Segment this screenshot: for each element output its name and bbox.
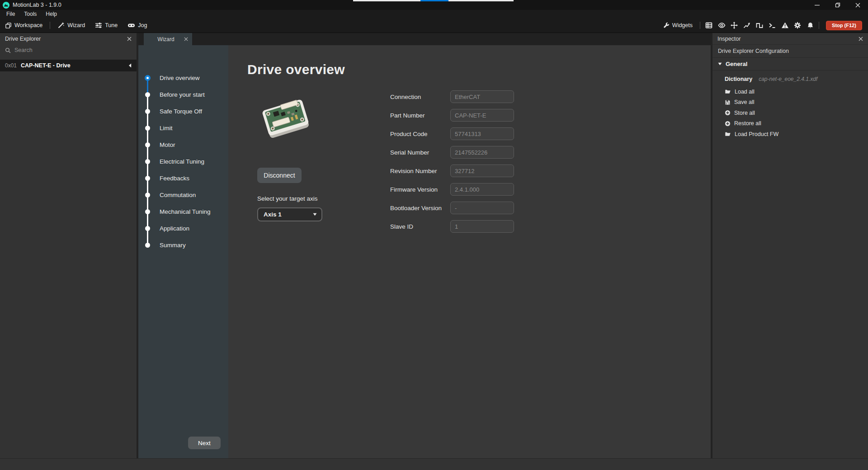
- top-progress-strip-value: [420, 0, 448, 1]
- toolbar-separator: [700, 22, 700, 29]
- toolbar-separator: [50, 22, 50, 29]
- field-product-code: [450, 127, 514, 140]
- drive-product-image: [258, 92, 313, 145]
- device-name: CAP-NET-E - Drive: [21, 62, 71, 69]
- step-dot-icon: [145, 126, 150, 131]
- workspace-button[interactable]: Workspace: [0, 18, 47, 33]
- window-title: MotionLab 3 - 1.9.0: [13, 2, 61, 8]
- field-label-firmware-version: Firmware Version: [390, 186, 450, 193]
- load-all-action[interactable]: Load all: [725, 86, 868, 97]
- tab-wizard[interactable]: Wizard: [144, 33, 192, 45]
- motionlab-logo-icon: [3, 2, 9, 9]
- step-response-icon[interactable]: [753, 18, 766, 33]
- step-limit[interactable]: Limit: [138, 120, 228, 136]
- save-all-action[interactable]: Save all: [725, 97, 868, 108]
- field-label-product-code: Product Code: [390, 131, 450, 137]
- menu-tools[interactable]: Tools: [19, 10, 41, 18]
- tab-bar: Wizard: [138, 33, 711, 45]
- device-row-cap-net-e[interactable]: 0x01 CAP-NET-E - Drive: [0, 60, 137, 71]
- drive-explorer-close-icon[interactable]: [127, 37, 132, 41]
- field-firmware-version: [450, 183, 514, 196]
- widgets-button[interactable]: Widgets: [658, 18, 698, 33]
- search-icon: [5, 47, 11, 53]
- dictionary-row: Dictionary cap-net-e_eoe_2.4.1.xdf: [725, 76, 868, 86]
- step-safe-torque-off[interactable]: Safe Torque Off: [138, 103, 228, 120]
- device-address: 0x01: [5, 62, 17, 69]
- axis-select-value: Axis 1: [264, 211, 282, 218]
- close-window-button[interactable]: [848, 0, 868, 10]
- table-icon[interactable]: [703, 18, 715, 33]
- restore-all-action[interactable]: Restore all: [725, 118, 868, 129]
- bottom-bar: [0, 458, 868, 470]
- search-input[interactable]: [14, 47, 114, 53]
- tune-sliders-icon: [95, 22, 102, 29]
- chevron-down-icon: [313, 213, 317, 216]
- field-label-slave-id: Slave ID: [390, 223, 450, 230]
- step-feedbacks[interactable]: Feedbacks: [138, 170, 228, 187]
- step-dot-icon: [145, 159, 150, 164]
- jog-button[interactable]: Jog: [123, 18, 152, 33]
- folder-open-icon: [725, 89, 731, 94]
- gear-icon[interactable]: [791, 18, 804, 33]
- field-label-serial-number: Serial Number: [390, 149, 450, 156]
- terminal-icon[interactable]: [766, 18, 778, 33]
- dictionary-label: Dictionary: [725, 76, 752, 82]
- field-part-number: [450, 109, 514, 122]
- step-commutation[interactable]: Commutation: [138, 187, 228, 203]
- inspector-close-icon[interactable]: [859, 37, 863, 41]
- section-general[interactable]: General: [712, 58, 868, 70]
- menu-help[interactable]: Help: [41, 10, 61, 18]
- tab-close-icon[interactable]: [184, 37, 188, 41]
- menu-bar: File Tools Help: [0, 10, 868, 18]
- field-revision-number: [450, 164, 514, 177]
- stop-button[interactable]: Stop (F12): [826, 21, 862, 30]
- step-drive-overview[interactable]: Drive overview: [138, 70, 228, 86]
- warning-icon[interactable]: [778, 18, 791, 33]
- folder-open-icon: [725, 131, 731, 137]
- step-dot-icon: [145, 92, 150, 97]
- tune-button[interactable]: Tune: [90, 18, 123, 33]
- axis-select[interactable]: Axis 1: [257, 207, 322, 221]
- field-connection: [450, 90, 514, 103]
- field-label-part-number: Part Number: [390, 112, 450, 119]
- store-all-action[interactable]: Store all: [725, 108, 868, 118]
- menu-file[interactable]: File: [2, 10, 19, 18]
- axis-select-label: Select your target axis: [257, 195, 379, 202]
- workspace-icon: [5, 22, 12, 29]
- step-dot-icon: [145, 209, 150, 214]
- inspector-subtitle: Drive Explorer Configuration: [712, 45, 868, 58]
- wizard-button[interactable]: Wizard: [52, 18, 90, 33]
- field-label-bootloader-version: Bootloader Version: [390, 205, 450, 212]
- eye-icon[interactable]: [715, 18, 728, 33]
- wrench-icon: [663, 22, 670, 28]
- disconnect-button[interactable]: Disconnect: [257, 168, 302, 183]
- motionlab-window: MotionLab 3 - 1.9.0 File Tools Help Work…: [0, 0, 868, 470]
- toolbar: Workspace Wizard Tune Jog Widgets: [0, 18, 868, 33]
- load-product-fw-action[interactable]: Load Product FW: [725, 129, 868, 140]
- step-dot-icon: [145, 226, 150, 231]
- wizard-stepper: Drive overview Before your start Safe To…: [138, 45, 228, 458]
- next-button[interactable]: Next: [188, 437, 221, 449]
- step-motor[interactable]: Motor: [138, 136, 228, 153]
- drive-explorer-title: Drive Explorer: [5, 36, 41, 42]
- step-dot-icon: [145, 176, 150, 181]
- move-icon[interactable]: [728, 18, 741, 33]
- step-summary[interactable]: Summary: [138, 237, 228, 254]
- step-dot-icon: [145, 142, 150, 147]
- jog-gamepad-icon: [127, 22, 135, 29]
- bell-icon[interactable]: [804, 18, 816, 33]
- step-dot-icon: [145, 75, 151, 81]
- collapse-left-icon[interactable]: [128, 63, 132, 68]
- step-electrical-tuning[interactable]: Electrical Tuning: [138, 153, 228, 170]
- inspector-panel: Inspector Drive Explorer Configuration G…: [712, 33, 868, 458]
- chart-icon[interactable]: [741, 18, 753, 33]
- restore-button[interactable]: [827, 0, 848, 10]
- minimize-button[interactable]: [807, 0, 827, 10]
- top-progress-strip: [353, 0, 514, 1]
- drive-overview-page: Drive overview: [228, 45, 711, 458]
- step-before-your-start[interactable]: Before your start: [138, 86, 228, 103]
- step-mechanical-tuning[interactable]: Mechanical Tuning: [138, 203, 228, 220]
- step-application[interactable]: Application: [138, 220, 228, 237]
- plus-circle-icon: [725, 121, 731, 127]
- dictionary-value[interactable]: cap-net-e_eoe_2.4.1.xdf: [759, 76, 817, 82]
